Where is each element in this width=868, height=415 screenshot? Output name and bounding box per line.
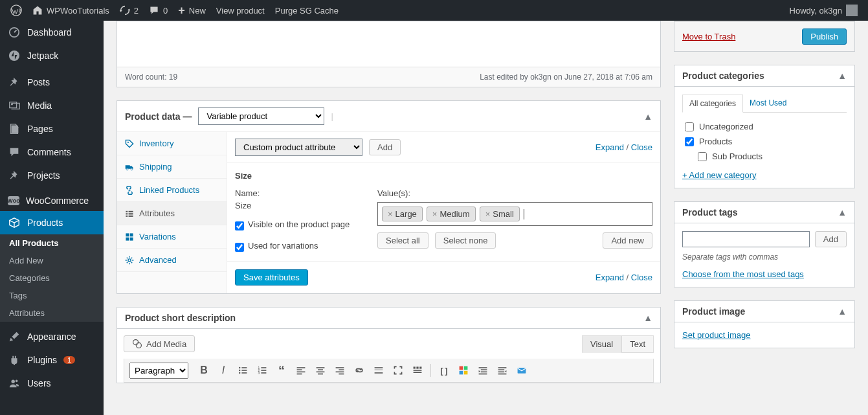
most-used-tab[interactable]: Most Used [743, 95, 793, 112]
svg-rect-17 [126, 237, 129, 240]
updates[interactable]: 2 [115, 5, 144, 16]
svg-rect-43 [339, 369, 344, 370]
menu-jetpack[interactable]: Jetpack [0, 44, 104, 67]
add-media-button[interactable]: Add Media [124, 335, 195, 352]
svg-rect-64 [498, 372, 505, 373]
value-tag[interactable]: ×Medium [427, 207, 476, 221]
tab-advanced[interactable]: Advanced [117, 249, 227, 272]
tab-variations[interactable]: Variations [117, 225, 227, 249]
text-tab[interactable]: Text [621, 335, 654, 353]
attribute-type-select[interactable]: Custom product attribute [235, 139, 362, 156]
submenu-tags[interactable]: Tags [0, 287, 104, 304]
align-left-icon[interactable] [292, 361, 310, 379]
remove-tag-icon[interactable]: × [388, 209, 393, 219]
menu-comments[interactable]: Comments [0, 140, 104, 164]
cat-uncategorized-checkbox[interactable] [685, 122, 694, 131]
select-all-button[interactable]: Select all [377, 232, 428, 249]
value-tag[interactable]: ×Large [382, 207, 423, 221]
expand-link-2[interactable]: Expand [595, 273, 624, 282]
publish-button[interactable]: Publish [802, 28, 847, 45]
menu-plugins[interactable]: Plugins1 [0, 348, 104, 372]
cat-products-checkbox[interactable] [685, 137, 694, 146]
cat-sub-products-checkbox[interactable] [698, 152, 707, 161]
bold-icon[interactable]: B [195, 361, 213, 379]
svg-rect-59 [481, 369, 487, 370]
close-link-2[interactable]: Close [631, 273, 652, 282]
toolbar-toggle-icon[interactable] [408, 361, 427, 379]
more-icon[interactable] [370, 361, 388, 379]
add-tag-button[interactable]: Add [815, 231, 847, 247]
menu-posts[interactable]: Posts [0, 71, 104, 94]
fullscreen-icon[interactable] [389, 361, 407, 379]
visual-tab[interactable]: Visual [582, 335, 621, 353]
submenu-all-products[interactable]: All Products [0, 234, 104, 252]
toggle-panel[interactable]: ▲ [838, 71, 847, 81]
submenu-attributes[interactable]: Attributes [0, 304, 104, 322]
product-type-select[interactable]: Simple productGrouped productExternal/Af… [198, 107, 324, 125]
menu-projects[interactable]: Projects [0, 164, 104, 187]
toggle-panel[interactable]: ▲ [643, 111, 652, 122]
howdy[interactable]: Howdy, ok3gn [785, 5, 863, 16]
svg-rect-40 [317, 372, 325, 373]
tab-shipping[interactable]: Shipping [117, 155, 227, 179]
submenu-add-new[interactable]: Add New [0, 252, 104, 269]
menu-pages[interactable]: Pages [0, 117, 104, 140]
menu-woocommerce[interactable]: WooWooCommerce [0, 190, 104, 211]
link-icon[interactable] [350, 361, 368, 379]
tag-input[interactable] [682, 231, 810, 247]
variations-checkbox[interactable] [235, 243, 244, 252]
color-grid-icon[interactable] [454, 361, 473, 379]
menu-appearance[interactable]: Appearance [0, 325, 104, 348]
wp-logo[interactable] [5, 5, 27, 16]
svg-rect-62 [498, 367, 507, 368]
save-attributes-button[interactable]: Save attributes [235, 269, 308, 286]
remove-tag-icon[interactable]: × [485, 209, 491, 219]
envelope-icon[interactable] [513, 361, 531, 379]
values-input[interactable]: ×Large×Medium×Small [377, 202, 652, 226]
expand-link[interactable]: Expand [595, 142, 624, 152]
italic-icon[interactable]: I [214, 361, 232, 379]
align-center-icon[interactable] [311, 361, 329, 379]
indent-icon[interactable] [474, 361, 492, 379]
menu-users[interactable]: Users [0, 372, 104, 395]
tab-inventory[interactable]: Inventory [117, 132, 227, 155]
set-product-image-link[interactable]: Set product image [682, 330, 751, 340]
visible-checkbox[interactable] [235, 221, 244, 230]
submenu-categories[interactable]: Categories [0, 269, 104, 287]
tab-linked[interactable]: Linked Products [117, 179, 227, 202]
move-to-trash[interactable]: Move to Trash [682, 32, 735, 41]
toggle-panel[interactable]: ▲ [838, 306, 847, 317]
site-name[interactable]: WPWooTutorials [27, 5, 115, 16]
remove-tag-icon[interactable]: × [432, 209, 438, 219]
select-none-button[interactable]: Select none [435, 232, 496, 249]
new-content[interactable]: +New [173, 4, 211, 17]
numbered-list-icon[interactable]: 123 [253, 361, 271, 379]
menu-dashboard[interactable]: Dashboard [0, 21, 104, 44]
menu-media[interactable]: Media [0, 94, 104, 117]
toggle-panel[interactable]: ▲ [838, 207, 847, 218]
comments[interactable]: 0 [144, 5, 173, 16]
add-new-category-link[interactable]: + Add new category [682, 170, 757, 180]
toggle-panel[interactable]: ▲ [643, 313, 652, 323]
outdent-icon[interactable] [493, 361, 511, 379]
view-product[interactable]: View product [211, 6, 270, 16]
svg-rect-53 [414, 372, 422, 373]
svg-rect-50 [416, 366, 418, 368]
variations-label: Used for variations [248, 241, 318, 251]
add-attribute-button[interactable]: Add [369, 139, 401, 155]
format-select[interactable]: Paragraph [129, 363, 188, 379]
menu-products[interactable]: Products [0, 211, 104, 234]
bullet-list-icon[interactable] [234, 361, 252, 379]
svg-rect-15 [126, 233, 129, 236]
align-right-icon[interactable] [331, 361, 349, 379]
choose-tags-link[interactable]: Choose from the most used tags [682, 269, 804, 279]
tab-attributes[interactable]: Attributes [117, 202, 227, 225]
close-link[interactable]: Close [631, 142, 652, 152]
add-new-value-button[interactable]: Add new [603, 232, 652, 249]
quote-icon[interactable]: “ [273, 361, 291, 379]
value-tag[interactable]: ×Small [480, 207, 520, 221]
purge-cache[interactable]: Purge SG Cache [270, 6, 344, 16]
all-categories-tab[interactable]: All categories [682, 95, 743, 113]
svg-rect-34 [297, 367, 306, 368]
shortcode-icon[interactable]: [ ] [435, 361, 453, 379]
